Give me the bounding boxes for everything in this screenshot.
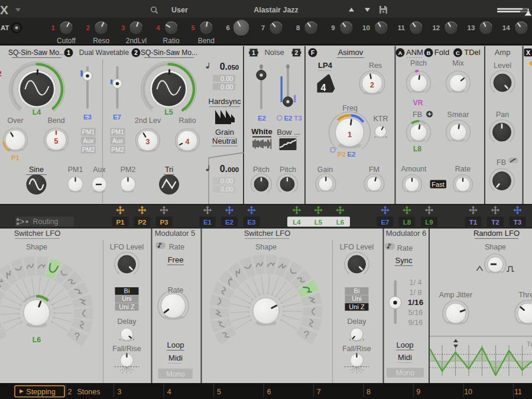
svg-text:LFO Level: LFO Level [110, 243, 144, 251]
svg-text:T2: T2 [491, 219, 499, 226]
svg-text:Bend: Bend [47, 116, 64, 125]
svg-text:Fall/Rise: Fall/Rise [112, 345, 141, 353]
svg-text:Amp: Amp [495, 48, 511, 57]
svg-text:Rate: Rate [455, 165, 471, 173]
svg-text:6: 6 [267, 388, 271, 396]
svg-text:Rate: Rate [169, 243, 184, 251]
svg-text:Aux: Aux [93, 166, 106, 174]
svg-text:Reso: Reso [93, 37, 109, 45]
svg-text:Asimov: Asimov [338, 48, 364, 57]
svg-text:KTR: KTR [374, 115, 388, 123]
svg-text:11: 11 [514, 388, 522, 396]
svg-text:2ndLvl: 2ndLvl [126, 37, 147, 45]
svg-text:Mix: Mix [452, 59, 464, 67]
svg-text:050: 050 [228, 64, 239, 71]
svg-text:Aux: Aux [112, 137, 124, 144]
svg-text:8: 8 [296, 24, 300, 31]
svg-text:E2: E2 [225, 219, 233, 226]
svg-text:PM2: PM2 [111, 146, 124, 153]
svg-text:10: 10 [464, 388, 472, 396]
svg-text:Routing: Routing [33, 218, 58, 226]
svg-text:4: 4 [167, 388, 171, 396]
svg-text:FB: FB [413, 111, 422, 119]
svg-text:6: 6 [226, 24, 230, 31]
svg-text:Shape: Shape [485, 243, 506, 251]
svg-text:Fall/Rise: Fall/Rise [342, 345, 371, 353]
svg-text:2: 2 [370, 81, 374, 89]
svg-text:0.: 0. [220, 164, 228, 174]
svg-text:0.00: 0.00 [220, 186, 233, 193]
svg-text:9/16: 9/16 [408, 319, 423, 327]
svg-text:5/16: 5/16 [408, 309, 423, 317]
svg-text:Dual Wavetable: Dual Wavetable [79, 48, 129, 57]
svg-text:10: 10 [362, 24, 370, 31]
svg-text:FB: FB [497, 158, 506, 167]
svg-text:L9: L9 [425, 219, 433, 226]
svg-text:Fold: Fold [434, 48, 449, 57]
svg-text:Ratio: Ratio [163, 37, 180, 45]
svg-text:ANM: ANM [406, 48, 423, 57]
svg-text:?: ? [304, 329, 309, 340]
svg-text:P1: P1 [116, 219, 125, 226]
svg-text:Cutoff: Cutoff [57, 37, 76, 45]
svg-text:Bi: Bi [124, 287, 130, 294]
svg-text:Rate: Rate [397, 244, 413, 252]
svg-text:Midi: Midi [398, 353, 412, 362]
svg-text:E2: E2 [347, 151, 355, 158]
svg-text:L6: L6 [33, 336, 41, 344]
svg-text:E3: E3 [247, 219, 255, 226]
svg-text:1: 1 [67, 50, 70, 56]
svg-text:1/16: 1/16 [408, 298, 424, 307]
svg-text:PM2: PM2 [121, 166, 136, 174]
svg-text:Gain: Gain [317, 166, 333, 174]
svg-text:Switcher LFO: Switcher LFO [14, 229, 61, 238]
svg-text:3: 3 [146, 138, 150, 146]
svg-text:0.00: 0.00 [220, 177, 233, 184]
svg-text:Uni: Uni [122, 295, 132, 302]
svg-text:E7: E7 [381, 219, 389, 226]
svg-text:5: 5 [54, 137, 59, 145]
svg-text:4: 4 [321, 83, 326, 93]
svg-text:1: 1 [51, 24, 56, 31]
svg-text:Bow ...: Bow ... [277, 128, 300, 137]
svg-text:Loop: Loop [167, 340, 184, 349]
svg-text:Pitch: Pitch [410, 59, 427, 67]
svg-text:SQ-Sin-Saw Mo...: SQ-Sin-Saw Mo... [8, 48, 65, 57]
svg-text:P3: P3 [160, 219, 168, 226]
svg-text:P2: P2 [138, 219, 146, 226]
svg-text:Noise: Noise [264, 48, 284, 57]
svg-text:User: User [171, 6, 188, 14]
svg-text:T3: T3 [514, 219, 521, 226]
svg-text:LFO Level: LFO Level [340, 243, 374, 251]
svg-text:1: 1 [348, 130, 352, 139]
svg-text:8: 8 [366, 388, 371, 396]
svg-text:E2: E2 [284, 115, 292, 122]
svg-text:1/ 8: 1/ 8 [410, 288, 422, 297]
svg-text:Bi: Bi [354, 287, 360, 294]
svg-text:L4: L4 [293, 219, 301, 226]
svg-text:?: ? [74, 331, 80, 342]
svg-text:L8: L8 [413, 145, 421, 153]
svg-text:C: C [456, 50, 460, 56]
svg-text:Thre: Thre [518, 291, 532, 299]
svg-text:Tri: Tri [165, 166, 173, 174]
svg-text:9: 9 [416, 388, 420, 396]
svg-text:Tr: Tr [527, 340, 532, 348]
svg-text:Over: Over [7, 116, 23, 125]
svg-text:Mono: Mono [396, 369, 414, 377]
svg-text:PM1: PM1 [82, 128, 95, 135]
svg-text:Res: Res [369, 61, 382, 70]
svg-text:Sync: Sync [395, 256, 413, 265]
svg-text:L8: L8 [403, 219, 411, 226]
svg-text:11: 11 [398, 24, 406, 31]
svg-text:4: 4 [156, 24, 160, 31]
svg-text:5: 5 [217, 388, 221, 396]
svg-text:Sine: Sine [29, 166, 44, 174]
svg-text:L4: L4 [33, 108, 41, 116]
svg-text:Fast: Fast [432, 181, 444, 188]
svg-text:3: 3 [121, 24, 125, 31]
svg-text:Uni Z: Uni Z [349, 303, 365, 310]
svg-text:E2: E2 [258, 115, 266, 122]
svg-text:Neutral: Neutral [212, 137, 237, 145]
svg-text:Aux: Aux [83, 137, 94, 144]
